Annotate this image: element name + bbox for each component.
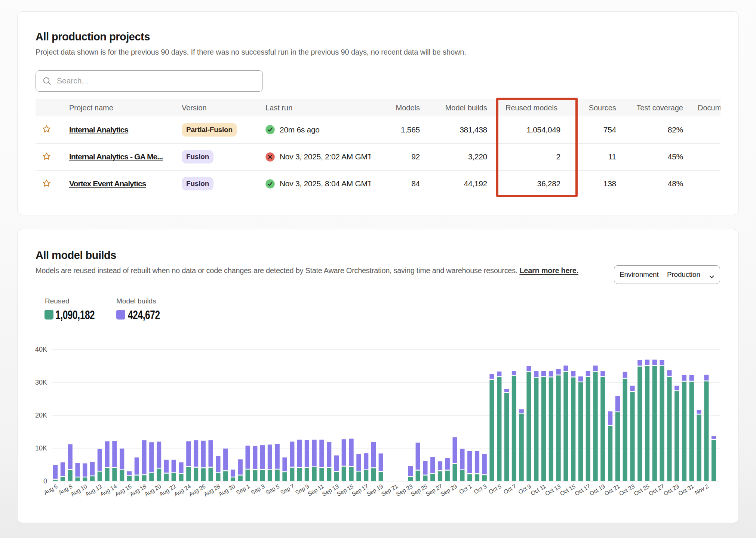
svg-text:Oct 3: Oct 3 [473, 483, 488, 495]
svg-text:Sep 19: Sep 19 [365, 483, 384, 498]
svg-text:Sep 1: Sep 1 [235, 483, 251, 496]
svg-text:Aug 24: Aug 24 [173, 483, 192, 498]
svg-text:Aug 20: Aug 20 [144, 483, 163, 498]
svg-text:Sep 3: Sep 3 [250, 483, 266, 496]
svg-text:Oct 23: Oct 23 [618, 483, 636, 497]
svg-text:Sep 15: Sep 15 [336, 483, 354, 498]
svg-text:Oct 29: Oct 29 [663, 483, 680, 497]
svg-text:Sep 11: Sep 11 [307, 483, 325, 497]
svg-text:Oct 1: Oct 1 [458, 483, 473, 495]
svg-text:Sep 17: Sep 17 [351, 483, 369, 498]
svg-text:Oct 17: Oct 17 [574, 483, 591, 497]
svg-text:Aug 18: Aug 18 [129, 483, 147, 498]
svg-text:Oct 13: Oct 13 [544, 483, 562, 497]
svg-text:10K: 10K [35, 444, 47, 452]
svg-text:Aug 10: Aug 10 [70, 483, 89, 498]
svg-text:Oct 27: Oct 27 [648, 483, 665, 497]
svg-text:40K: 40K [35, 346, 47, 353]
svg-text:Oct 7: Oct 7 [503, 483, 517, 495]
svg-text:Aug 30: Aug 30 [217, 483, 236, 498]
svg-text:20K: 20K [35, 412, 47, 419]
svg-text:Aug 26: Aug 26 [188, 483, 206, 498]
svg-text:0: 0 [43, 477, 47, 485]
svg-text:Sep 7: Sep 7 [279, 483, 295, 496]
svg-text:Sep 13: Sep 13 [321, 483, 339, 498]
svg-text:Oct 5: Oct 5 [488, 483, 503, 495]
svg-text:Oct 31: Oct 31 [677, 483, 695, 497]
svg-text:Sep 25: Sep 25 [410, 483, 428, 498]
svg-text:Sep 21: Sep 21 [380, 483, 399, 498]
svg-text:Aug 6: Aug 6 [43, 483, 59, 496]
svg-text:Oct 21: Oct 21 [603, 483, 621, 497]
svg-text:Oct 15: Oct 15 [559, 483, 577, 497]
svg-text:Oct 19: Oct 19 [588, 483, 606, 497]
svg-text:Aug 12: Aug 12 [84, 483, 103, 498]
svg-text:Oct 11: Oct 11 [529, 483, 547, 496]
svg-text:30K: 30K [35, 379, 47, 386]
svg-text:Oct 9: Oct 9 [517, 483, 532, 495]
svg-text:Sep 29: Sep 29 [439, 483, 458, 498]
svg-text:Aug 14: Aug 14 [99, 483, 118, 498]
svg-text:Aug 28: Aug 28 [203, 483, 221, 498]
svg-text:Oct 25: Oct 25 [633, 483, 651, 497]
svg-text:Nov 2: Nov 2 [694, 483, 710, 496]
svg-text:Sep 23: Sep 23 [395, 483, 414, 498]
svg-text:Aug 22: Aug 22 [158, 483, 177, 498]
svg-text:Aug 16: Aug 16 [114, 483, 132, 498]
svg-text:Sep 5: Sep 5 [264, 483, 280, 496]
svg-text:Sep 27: Sep 27 [424, 483, 443, 498]
